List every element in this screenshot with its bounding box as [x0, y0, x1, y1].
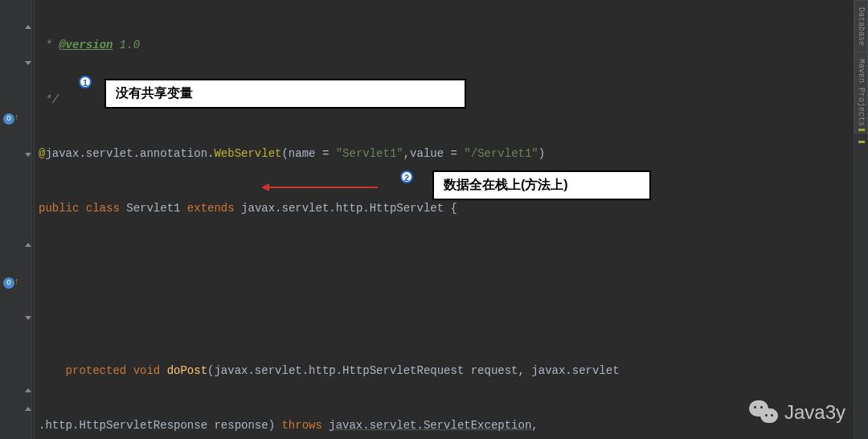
code-line: public class Servlet1 extends javax.serv… — [39, 199, 852, 218]
fold-icon[interactable] — [24, 386, 32, 394]
warning-marker[interactable] — [858, 129, 865, 131]
callout-box-1: 没有共享变量 — [104, 79, 466, 109]
tool-window-tab-database[interactable]: Database — [854, 0, 868, 53]
override-marker-icon[interactable]: O — [3, 277, 14, 289]
override-marker-icon[interactable]: O — [3, 113, 14, 125]
code-line: .http.HttpServletResponse response) thro… — [39, 416, 852, 435]
warning-marker[interactable] — [858, 141, 865, 143]
callout-number-1: 1 — [79, 76, 92, 88]
code-editor[interactable]: * @version 1.0 */ @javax.servlet.annotat… — [39, 0, 852, 439]
fold-icon[interactable] — [24, 314, 32, 322]
editor-gutter: O O — [0, 0, 32, 439]
fold-icon[interactable] — [24, 23, 32, 31]
code-line: protected void doPost(javax.servlet.http… — [39, 362, 852, 380]
right-gutter: Database Maven Projects — [854, 0, 868, 439]
watermark: Java3y — [749, 400, 845, 425]
callout-box-2: 数据全在栈上(方法上) — [432, 170, 651, 200]
gutter-divider — [34, 0, 35, 439]
fold-icon[interactable] — [24, 240, 32, 248]
tool-window-tab-maven[interactable]: Maven Projects — [854, 51, 868, 133]
fold-icon[interactable] — [24, 59, 32, 67]
code-line: @javax.servlet.annotation.WebServlet(nam… — [39, 145, 852, 163]
wechat-icon — [749, 400, 778, 425]
fold-icon[interactable] — [24, 404, 32, 412]
watermark-text: Java3y — [784, 401, 845, 424]
code-line: * @version 1.0 — [39, 36, 852, 55]
code-line — [39, 308, 852, 326]
fold-icon[interactable] — [24, 150, 32, 158]
code-line — [39, 253, 852, 272]
callout-number-2: 2 — [400, 170, 413, 183]
